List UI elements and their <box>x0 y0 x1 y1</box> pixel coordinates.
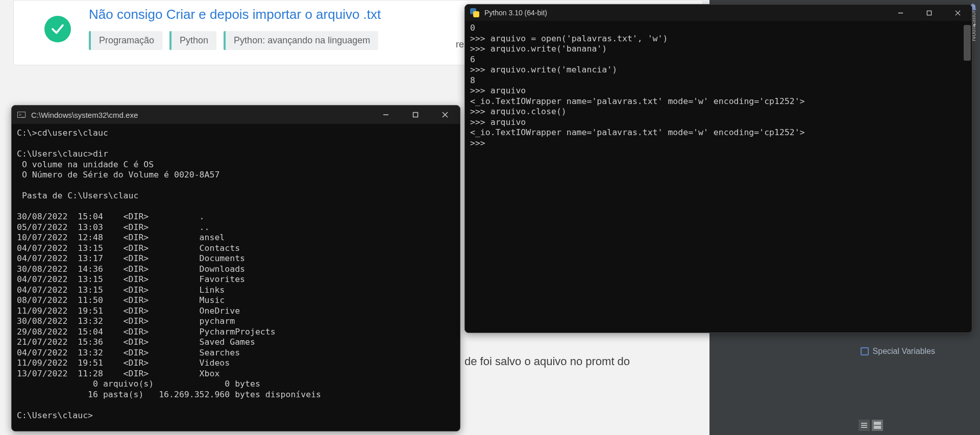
python-icon <box>470 8 479 17</box>
cmd-icon: >_ <box>17 110 26 119</box>
special-variables-label: Special Variables <box>873 347 935 356</box>
background-body-text: de foi salvo o aquivo no promt do <box>464 355 630 368</box>
view-mode-toggles <box>859 420 883 431</box>
python-window-controls <box>886 5 972 23</box>
close-button[interactable] <box>430 106 460 124</box>
special-variables-row[interactable]: Special Variables <box>861 347 935 356</box>
forum-post-tags: Programação Python Python: avançando na … <box>89 31 378 50</box>
python-titlebar[interactable]: Python 3.10 (64-bit) <box>465 5 972 21</box>
scrollbar-thumb[interactable] <box>964 25 971 61</box>
cmd-window-controls <box>371 106 460 124</box>
svg-rect-1 <box>413 113 418 117</box>
close-button[interactable] <box>943 5 972 21</box>
minimize-button[interactable] <box>371 106 401 124</box>
forum-post-title[interactable]: Não consigo Criar e depois importar o ar… <box>89 7 381 22</box>
tag-programacao[interactable]: Programação <box>89 31 162 50</box>
maximize-button[interactable] <box>401 106 430 124</box>
svg-rect-5 <box>927 11 931 15</box>
special-variables-icon <box>861 347 869 355</box>
solved-check-icon <box>44 16 71 42</box>
cmd-title-text: C:\Windows\system32\cmd.exe <box>31 111 138 119</box>
minimize-button[interactable] <box>886 5 915 21</box>
cmd-window[interactable]: >_ C:\Windows\system32\cmd.exe C:\>cd\us… <box>11 105 460 431</box>
tag-python[interactable]: Python <box>169 31 216 50</box>
python-title-text: Python 3.10 (64-bit) <box>484 9 547 17</box>
chevron-down-icon[interactable]: ▾ <box>973 21 976 29</box>
maximize-button[interactable] <box>915 5 943 21</box>
cmd-titlebar[interactable]: >_ C:\Windows\system32\cmd.exe <box>12 106 460 124</box>
list-view-button[interactable] <box>859 420 870 431</box>
tag-python-avancando[interactable]: Python: avançando na linguagem <box>224 31 378 50</box>
python-repl-output[interactable]: 0 >>> arquivo = open('palavras.txt', 'w'… <box>465 21 972 152</box>
cmd-output[interactable]: C:\>cd\users\clauc C:\Users\clauc>dir O … <box>12 124 460 425</box>
python-window[interactable]: Python 3.10 (64-bit) 0 >>> arquivo = ope… <box>464 4 972 333</box>
grid-view-button[interactable] <box>872 420 883 431</box>
